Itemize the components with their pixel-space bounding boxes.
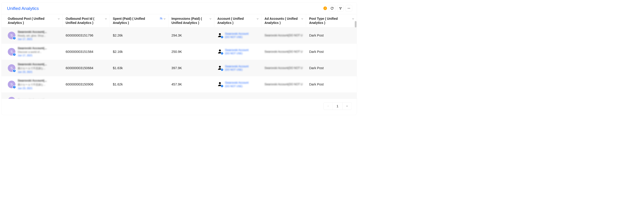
- cell-account: [214, 98, 261, 98]
- svg-point-5: [219, 66, 221, 68]
- cell-spent: $2.16k: [110, 47, 168, 56]
- cell-account: f Swarovski Account (DO NOT USE): [214, 30, 261, 41]
- facebook-icon: f: [13, 86, 16, 89]
- ad-account-blurred: Swarovski Account(DO NOT USE): [264, 33, 303, 37]
- person-icon: f: [217, 49, 223, 54]
- more-icon: [347, 7, 350, 10]
- table-row[interactable]: S f Swarovski Account(... Discover a wor…: [2, 44, 357, 60]
- svg-point-6: [219, 82, 221, 84]
- account-link-blurred[interactable]: Swarovski Account: [225, 65, 248, 68]
- cell-spent: [110, 98, 168, 98]
- chevron-down-icon[interactable]: [163, 17, 166, 20]
- avatar: S f: [8, 80, 16, 88]
- page-title: Unified Analytics: [7, 6, 39, 11]
- chevron-right-icon: [346, 105, 348, 107]
- post-title-blurred: Swarovski Account(...: [18, 30, 46, 34]
- facebook-icon: f: [221, 84, 224, 87]
- analytics-table: Outbound Post ( Unified Analytics ) Outb…: [2, 14, 357, 99]
- table-row[interactable]: S f Swarovski Account(... Ready, set, gl…: [2, 27, 357, 44]
- panel-header: Unified Analytics i: [2, 2, 357, 14]
- facebook-icon: f: [13, 53, 16, 56]
- post-subtitle-blurred: Ready, set, glow. Shop...: [18, 34, 46, 37]
- cell-ad-accounts: [261, 98, 306, 98]
- account-sub-blurred: (DO NOT USE): [225, 68, 248, 71]
- cell-impressions: 397.9K: [168, 64, 214, 72]
- chevron-down-icon[interactable]: [58, 17, 60, 20]
- chevron-left-icon: [327, 105, 329, 107]
- filter-button[interactable]: [337, 5, 344, 12]
- cell-post-type: [306, 98, 357, 98]
- cell-post-id: 600000003150684: [63, 64, 110, 72]
- person-icon: f: [217, 33, 223, 38]
- chevron-down-icon[interactable]: [301, 17, 304, 20]
- facebook-icon: f: [13, 69, 16, 72]
- cell-spent: $2.26k: [110, 31, 168, 40]
- filter-icon: [339, 7, 342, 10]
- cell-post-id: 600000003151584: [63, 47, 110, 56]
- column-header-outbound-post[interactable]: Outbound Post ( Unified Analytics ): [2, 14, 62, 27]
- cell-post-id: 600000003150906: [63, 80, 110, 89]
- table-row[interactable]: S f Swarovski Account(... 夏のセールで不思議な... …: [2, 76, 357, 92]
- column-header-spent[interactable]: Spent (Paid) ( Unified Analytics ): [110, 14, 168, 27]
- avatar: S f: [8, 32, 16, 39]
- more-button[interactable]: [346, 5, 352, 12]
- facebook-icon: f: [221, 52, 224, 55]
- pager-prev-button[interactable]: [324, 102, 332, 110]
- table-row[interactable]: S f Swarovski Account(...: [2, 92, 357, 99]
- svg-point-4: [219, 50, 221, 51]
- cell-outbound-post: S f Swarovski Account(...: [2, 95, 62, 99]
- cell-ad-accounts: Swarovski Account(DO NOT USE): [261, 80, 306, 89]
- facebook-icon: f: [221, 36, 224, 38]
- ad-account-blurred: Swarovski Account(DO NOT USE): [264, 50, 303, 54]
- account-sub-blurred: (DO NOT USE): [225, 85, 248, 88]
- pagination: 1: [324, 102, 352, 110]
- account-link-blurred[interactable]: Swarovski Account: [225, 81, 248, 84]
- facebook-icon: f: [13, 36, 16, 40]
- cell-outbound-post: S f Swarovski Account(... 夏のセールで不思議な... …: [2, 77, 62, 92]
- cell-impressions: 457.9K: [168, 80, 214, 89]
- cell-post-type: Dark Post: [306, 31, 357, 40]
- avatar: S f: [8, 64, 16, 72]
- facebook-icon: f: [221, 68, 224, 71]
- table-body: S f Swarovski Account(... Ready, set, gl…: [2, 27, 357, 99]
- account-link-blurred[interactable]: Swarovski Account: [225, 32, 248, 36]
- info-icon[interactable]: i: [324, 6, 327, 10]
- person-icon: f: [217, 65, 223, 71]
- chevron-down-icon[interactable]: [209, 17, 212, 20]
- cell-ad-accounts: Swarovski Account(DO NOT USE): [261, 31, 306, 40]
- vertical-scrollbar[interactable]: [355, 21, 357, 28]
- pager-current-page[interactable]: 1: [332, 102, 342, 110]
- ad-account-blurred: Swarovski Account(DO NOT USE): [264, 82, 303, 86]
- account-sub-blurred: (DO NOT USE): [225, 52, 248, 55]
- header-actions: i: [324, 5, 352, 12]
- account-sub-blurred: (DO NOT USE): [225, 36, 248, 38]
- svg-point-2: [350, 8, 350, 8]
- post-title-blurred: Swarovski Account(...: [18, 47, 46, 50]
- column-header-account[interactable]: Account ( Unified Analytics ): [214, 14, 261, 27]
- post-date-blurred: Jun 23, 2021: [18, 87, 46, 90]
- chevron-down-icon[interactable]: [352, 17, 354, 20]
- column-header-ad-accounts[interactable]: Ad Accounts ( Unified Analytics ): [261, 14, 306, 27]
- cell-spent: $1.62k: [110, 80, 168, 89]
- chevron-down-icon[interactable]: [104, 17, 107, 20]
- analytics-panel: Unified Analytics i Outbound Post ( Unif…: [2, 2, 357, 115]
- post-subtitle-blurred: 夏のセールで不思議な...: [18, 83, 46, 86]
- column-header-post-type[interactable]: Post Type ( Unified Analytics ): [306, 14, 357, 27]
- cell-impressions: 294.3K: [168, 31, 214, 40]
- cell-account: f Swarovski Account (DO NOT USE): [214, 79, 261, 90]
- cell-spent: $1.63k: [110, 64, 168, 72]
- cell-outbound-post: S f Swarovski Account(... 夏のセールで不思議な... …: [2, 60, 62, 76]
- cell-post-id: [63, 98, 110, 98]
- chevron-down-icon[interactable]: [256, 17, 259, 20]
- cell-ad-accounts: Swarovski Account(DO NOT USE): [261, 48, 306, 56]
- cell-post-type: Dark Post: [306, 64, 357, 72]
- cell-account: f Swarovski Account (DO NOT USE): [214, 62, 261, 74]
- pager-next-button[interactable]: [343, 102, 352, 110]
- cell-post-id: 600000003151796: [63, 31, 110, 40]
- column-header-impressions[interactable]: Impressions (Paid) ( Unified Analytics ): [168, 14, 214, 27]
- account-link-blurred[interactable]: Swarovski Account: [225, 48, 248, 52]
- refresh-icon: [330, 7, 334, 10]
- table-row[interactable]: S f Swarovski Account(... 夏のセールで不思議な... …: [2, 60, 357, 76]
- refresh-button[interactable]: [329, 5, 335, 12]
- column-header-outbound-post-id[interactable]: Outbound Post Id ( Unified Analytics ): [63, 14, 110, 27]
